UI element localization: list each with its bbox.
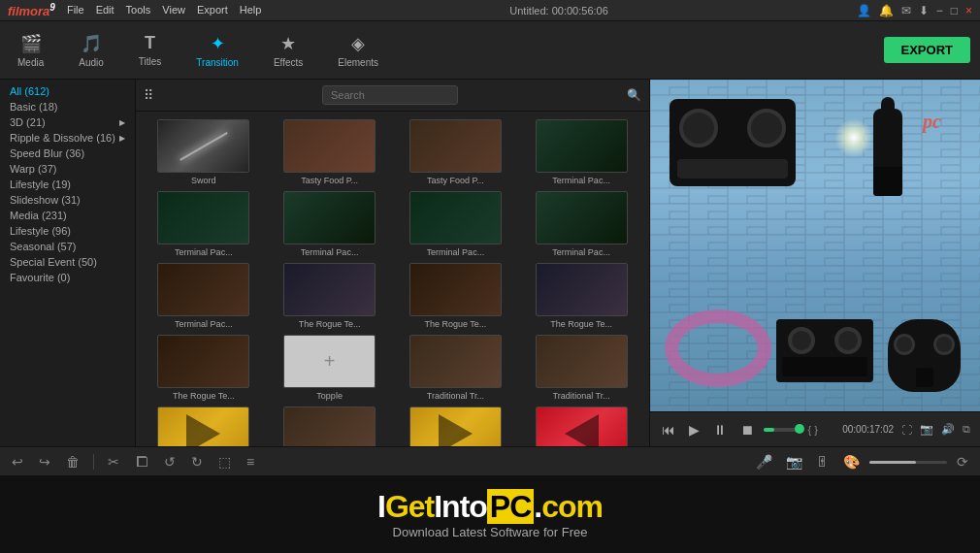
window-title: Untitled: 00:00:56:06 (509, 5, 608, 16)
tool-titles[interactable]: T Titles (131, 29, 170, 71)
volume-icon[interactable]: 🔊 (939, 421, 957, 438)
more-button[interactable]: ≡ (243, 452, 258, 472)
menu-view[interactable]: View (162, 4, 185, 16)
pip-button[interactable]: ⬚ (214, 452, 235, 472)
grid-view-icon[interactable]: ⠿ (144, 87, 153, 103)
cat-3d[interactable]: 3D (21)▶ (0, 114, 135, 130)
undo-button[interactable]: ↩ (8, 452, 27, 472)
tool-audio[interactable]: 🎵 Audio (71, 29, 112, 72)
cat-special[interactable]: Special Event (50) (0, 254, 135, 270)
menu-edit[interactable]: Edit (96, 4, 114, 16)
menu-export[interactable]: Export (197, 4, 228, 16)
crop-button[interactable]: ⧠ (131, 452, 152, 472)
tool-media[interactable]: 🎬 Media (10, 29, 51, 72)
menu-help[interactable]: Help (240, 4, 262, 16)
transition-item[interactable]: Traditional Tr... (270, 407, 390, 446)
trans-thumb (157, 191, 249, 244)
cat-ripple-arrow: ▶ (119, 134, 125, 143)
transition-item[interactable]: Terminal Pac... (270, 191, 390, 257)
user-icon[interactable]: 👤 (857, 4, 871, 17)
trans-thumb (409, 119, 502, 173)
cat-speedblur[interactable]: Speed Blur (36) (0, 146, 135, 161)
trans-thumb (283, 191, 376, 244)
transition-item[interactable]: The Rogue Te... (270, 263, 390, 329)
ctrl-icons: ⛶ 📷 🔊 ⧉ (899, 421, 972, 438)
minimize-button[interactable]: − (936, 4, 943, 17)
fullscreen-icon[interactable]: ⛶ (899, 421, 914, 438)
rotate-left-button[interactable]: ↺ (160, 452, 180, 472)
transition-item[interactable]: Tasty Food P... (270, 119, 390, 185)
mic-icon[interactable]: 🎤 (752, 452, 776, 472)
download-icon[interactable]: ⬇ (919, 4, 929, 17)
transition-item[interactable]: The Rogue Te... (144, 335, 264, 401)
time-display: 00:00:17:02 (826, 424, 894, 435)
tool-effects[interactable]: ★ Effects (266, 29, 310, 72)
cat-lifestyle[interactable]: Lifestyle (19) (0, 177, 135, 192)
zoom-reset-icon[interactable]: ⟳ (953, 452, 972, 472)
transition-item[interactable]: Terminal Pac... (396, 191, 516, 257)
tool-elements[interactable]: ◈ Elements (330, 29, 386, 72)
trans-thumb (157, 119, 249, 173)
delete-button[interactable]: 🗑 (62, 452, 83, 472)
cat-all[interactable]: All (612) (0, 83, 135, 99)
transition-item[interactable]: Sword (144, 119, 264, 185)
maximize-button[interactable]: □ (951, 4, 958, 17)
export-button[interactable]: EXPORT (884, 37, 970, 63)
pip-icon[interactable]: ⧉ (961, 421, 972, 438)
tool-transition[interactable]: ✦ Transition (188, 29, 246, 72)
progress-bar[interactable] (764, 428, 800, 432)
tool-transition-label: Transition (196, 57, 239, 68)
transition-item[interactable]: Terminal Pac... (521, 119, 641, 185)
transition-item[interactable]: Travel Adven... (521, 407, 641, 446)
cat-basic[interactable]: Basic (18) (0, 99, 135, 114)
notification-icon[interactable]: 🔔 (879, 4, 894, 17)
close-button[interactable]: × (965, 4, 972, 17)
trans-thumb (409, 191, 502, 244)
camera-icon[interactable]: 📷 (782, 452, 806, 472)
video-preview: pc (650, 80, 980, 411)
cat-media[interactable]: Media (231) (0, 208, 135, 223)
transition-item[interactable]: The Rogue Te... (396, 263, 516, 329)
cat-seasonal[interactable]: Seasonal (57) (0, 239, 135, 254)
transition-item[interactable]: Tasty Food P... (396, 119, 516, 185)
transition-item[interactable]: Traditional Tr... (396, 335, 516, 401)
watermark-title: IGetIntoPC.com (377, 489, 603, 525)
transition-item[interactable]: Terminal Pac... (144, 191, 264, 257)
cat-lifestyle2[interactable]: Lifestyle (96) (0, 223, 135, 239)
trans-thumb (409, 335, 502, 388)
transition-item[interactable]: + Topple (270, 335, 390, 401)
transition-item[interactable]: Travel Adven... (396, 407, 516, 446)
cat-slideshow[interactable]: Slideshow (31) (0, 192, 135, 208)
audio-mix-icon[interactable]: 🎚 (812, 452, 833, 472)
cat-favourite[interactable]: Favourite (0) (0, 270, 135, 285)
stop-button[interactable]: ⏹ (736, 420, 758, 439)
snapshot-icon[interactable]: 📷 (918, 421, 935, 438)
crop-icon[interactable]: { } (806, 422, 820, 438)
light-burst (834, 118, 873, 157)
cat-warp[interactable]: Warp (37) (0, 161, 135, 177)
menu-file[interactable]: File (67, 4, 84, 16)
zoom-slider[interactable] (869, 461, 947, 464)
trans-label: Terminal Pac... (427, 247, 485, 257)
skip-back-button[interactable]: ⏮ (658, 420, 679, 439)
transition-item[interactable]: Terminal Pac... (144, 263, 264, 329)
play-button[interactable]: ▶ (685, 420, 703, 439)
tool-effects-label: Effects (274, 57, 303, 68)
transition-item[interactable]: The Rogue Te... (521, 263, 641, 329)
redo-button[interactable]: ↪ (35, 452, 54, 472)
trans-thumb (409, 407, 502, 446)
transition-item[interactable]: Traditional Tr... (521, 335, 641, 401)
rotate-right-button[interactable]: ↻ (187, 452, 207, 472)
menu-tools[interactable]: Tools (126, 4, 151, 16)
trans-label: Tasty Food P... (301, 176, 358, 185)
cut-button[interactable]: ✂ (104, 452, 123, 472)
transition-item[interactable]: Traditional Tr... (144, 407, 264, 446)
color-icon[interactable]: 🎨 (839, 452, 864, 472)
watermark-overlay: IGetIntoPC.com Download Latest Software … (0, 475, 980, 553)
pause-button[interactable]: ⏸ (709, 420, 731, 439)
search-input[interactable] (322, 85, 458, 105)
cat-ripple[interactable]: Ripple & Dissolve (16)▶ (0, 130, 135, 146)
search-icon[interactable]: 🔍 (627, 88, 641, 102)
mail-icon[interactable]: ✉ (901, 4, 911, 17)
transition-item[interactable]: Terminal Pac... (521, 191, 641, 257)
